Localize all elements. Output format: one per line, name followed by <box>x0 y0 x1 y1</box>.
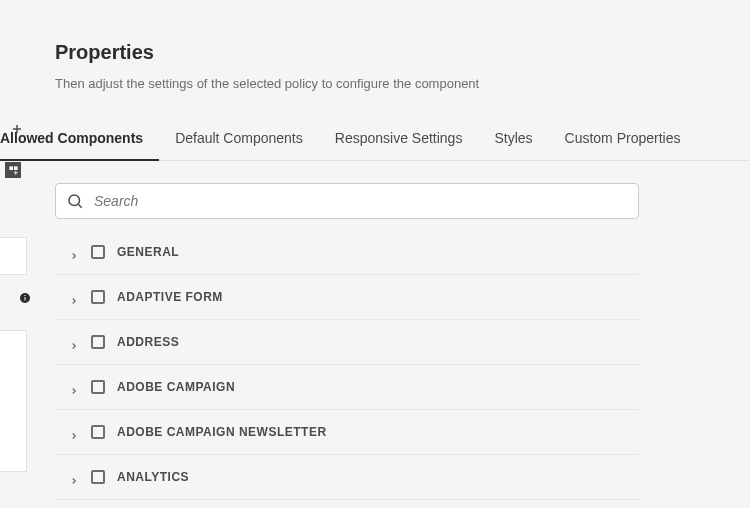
group-label: ADAPTIVE FORM <box>117 290 223 304</box>
tab-default-components[interactable]: Default Components <box>159 118 319 160</box>
chevron-right-icon[interactable] <box>69 337 79 347</box>
add-icon[interactable] <box>10 122 24 140</box>
checkbox[interactable] <box>91 335 105 349</box>
svg-line-5 <box>78 204 81 207</box>
checkbox[interactable] <box>91 290 105 304</box>
search-bar <box>55 183 639 219</box>
left-panel-fragment <box>0 330 27 472</box>
group-label: ANALYTICS <box>117 470 189 484</box>
list-item[interactable]: ANALYTICS <box>55 455 639 500</box>
page-subtitle: Then adjust the settings of the selected… <box>55 76 479 91</box>
left-panel-fragment <box>0 237 27 275</box>
chevron-right-icon[interactable] <box>69 247 79 257</box>
info-icon[interactable] <box>19 290 31 302</box>
list-item[interactable]: GENERAL <box>55 230 639 275</box>
svg-rect-8 <box>25 295 26 296</box>
list-item[interactable]: ADAPTIVE FORM <box>55 275 639 320</box>
search-icon <box>66 192 84 210</box>
checkbox[interactable] <box>91 245 105 259</box>
chevron-right-icon[interactable] <box>69 382 79 392</box>
chevron-right-icon[interactable] <box>69 427 79 437</box>
svg-rect-3 <box>13 166 17 170</box>
page-title: Properties <box>55 41 154 64</box>
checkbox[interactable] <box>91 380 105 394</box>
svg-rect-2 <box>9 166 13 170</box>
chevron-right-icon[interactable] <box>69 292 79 302</box>
tab-custom-properties[interactable]: Custom Properties <box>549 118 697 160</box>
list-item[interactable]: ADDRESS <box>55 320 639 365</box>
search-input[interactable] <box>92 192 628 210</box>
checkbox[interactable] <box>91 425 105 439</box>
add-component-icon[interactable] <box>5 162 21 178</box>
group-label: ADDRESS <box>117 335 179 349</box>
list-item[interactable]: ADOBE CAMPAIGN NEWSLETTER <box>55 410 639 455</box>
group-label: ADOBE CAMPAIGN <box>117 380 235 394</box>
tab-responsive-settings[interactable]: Responsive Settings <box>319 118 479 160</box>
chevron-right-icon[interactable] <box>69 472 79 482</box>
tab-styles[interactable]: Styles <box>478 118 548 160</box>
svg-point-4 <box>69 195 80 206</box>
group-label: GENERAL <box>117 245 179 259</box>
tabs: Allowed Components Default Components Re… <box>0 118 750 161</box>
list-item[interactable]: ADOBE CAMPAIGN <box>55 365 639 410</box>
svg-rect-7 <box>25 297 26 301</box>
group-label: ADOBE CAMPAIGN NEWSLETTER <box>117 425 327 439</box>
component-groups: GENERAL ADAPTIVE FORM ADDRESS ADOBE CAMP… <box>55 230 639 500</box>
checkbox[interactable] <box>91 470 105 484</box>
